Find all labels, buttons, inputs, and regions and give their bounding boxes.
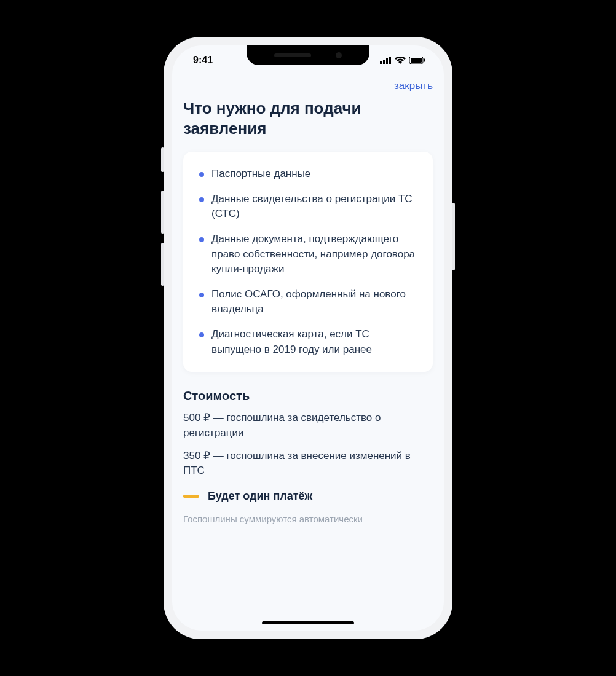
status-time: 9:41 [193,55,213,66]
requirements-list: Паспортные данные Данные свидетельства о… [197,167,419,357]
close-button[interactable]: закрыть [394,80,433,92]
speaker [274,53,311,57]
side-button-volume-up [161,191,164,234]
single-payment-row: Будет один платёж [183,490,433,503]
side-button-volume-down [161,243,164,286]
svg-rect-6 [424,59,425,62]
requirements-card: Паспортные данные Данные свидетельства о… [183,152,433,372]
phone-frame: 9:41 закрыть Что нужно для подачи заявле… [164,37,452,639]
single-payment-label: Будет один платёж [208,490,312,503]
status-right [380,57,425,64]
list-item: Диагностическая карта, если ТС выпущено … [197,327,419,357]
dash-icon [183,495,199,498]
svg-rect-3 [389,57,391,64]
cost-heading: Стоимость [183,389,433,403]
header-actions: закрыть [183,80,433,92]
notch [247,45,369,65]
battery-icon [409,57,425,64]
home-indicator[interactable] [262,621,354,624]
list-item: Полис ОСАГО, оформленный на нового владе… [197,287,419,317]
list-item: Данные документа, подтверждающего право … [197,232,419,277]
cost-item: 350 ₽ — госпошлина за внесение изменений… [183,449,433,479]
cellular-signal-icon [380,57,391,64]
wifi-icon [395,57,406,64]
svg-rect-5 [411,58,422,63]
app-content: закрыть Что нужно для подачи заявления П… [172,75,444,549]
svg-rect-0 [380,61,382,64]
auto-sum-hint: Госпошлины суммируются автоматически [183,514,433,524]
list-item: Данные свидетельства о регистрации ТС (С… [197,192,419,222]
svg-rect-1 [383,60,385,64]
list-item: Паспортные данные [197,167,419,182]
side-button-power [452,203,455,270]
side-button-silence [161,147,164,172]
cost-item: 500 ₽ — госпошлина за свидетельство о ре… [183,411,433,441]
front-camera [336,52,342,58]
page-title: Что нужно для подачи заявления [183,98,433,138]
screen: 9:41 закрыть Что нужно для подачи заявле… [172,45,444,631]
svg-rect-2 [386,58,388,64]
